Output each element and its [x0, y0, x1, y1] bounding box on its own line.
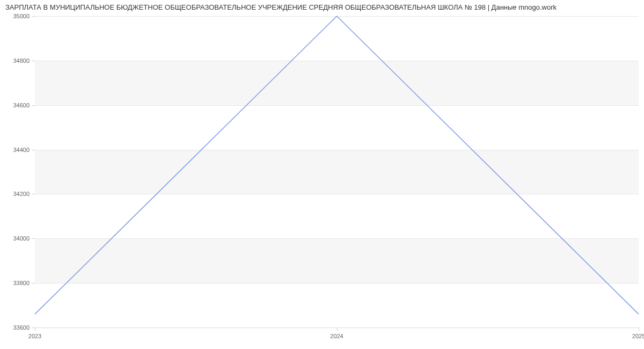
y-tick — [32, 238, 35, 239]
x-tick-label: 2024 — [330, 333, 343, 339]
y-tick-label: 34800 — [13, 57, 30, 64]
plot-area — [35, 16, 639, 328]
series-line — [35, 16, 639, 314]
series-line-layer — [35, 16, 639, 328]
y-tick — [32, 105, 35, 106]
y-tick — [32, 283, 35, 283]
y-tick-label: 35000 — [13, 13, 30, 19]
y-tick-label: 34400 — [13, 147, 30, 153]
x-tick-label: 2023 — [28, 333, 41, 339]
y-tick — [32, 150, 35, 150]
y-tick-label: 33600 — [13, 324, 30, 331]
x-axis-line — [35, 328, 639, 328]
y-tick-label: 34600 — [13, 102, 30, 108]
chart-container: ЗАРПЛАТА В МУНИЦИПАЛЬНОЕ БЮДЖЕТНОЕ ОБЩЕО… — [0, 0, 644, 349]
y-tick — [32, 194, 35, 194]
y-tick-label: 33800 — [13, 280, 30, 286]
y-tick-label: 34000 — [13, 235, 30, 242]
y-tick-label: 34200 — [13, 191, 30, 197]
x-tick — [639, 328, 639, 331]
y-tick — [32, 61, 35, 61]
y-tick — [32, 16, 35, 17]
x-tick-label: 2025 — [632, 333, 644, 339]
chart-title: ЗАРПЛАТА В МУНИЦИПАЛЬНОЕ БЮДЖЕТНОЕ ОБЩЕО… — [5, 3, 557, 11]
